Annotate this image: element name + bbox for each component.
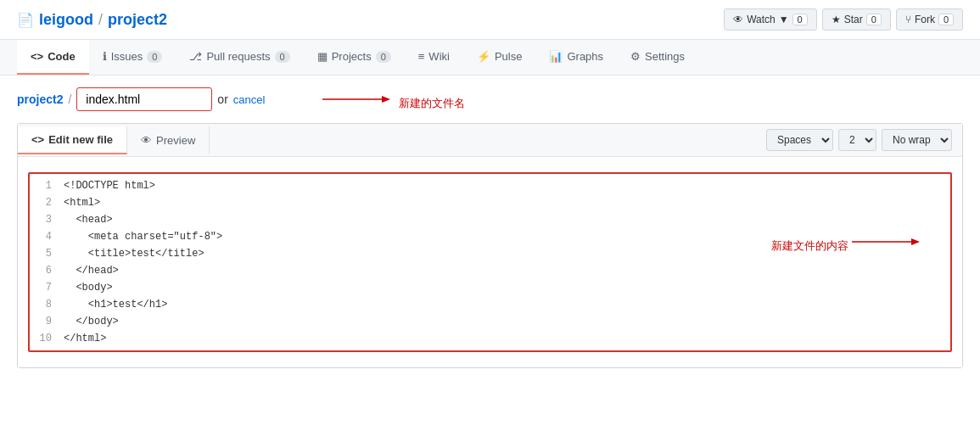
editor-tab-edit[interactable]: <> Edit new file [18, 126, 127, 154]
filename-annotation-label: 新建的文件名 [399, 96, 465, 111]
breadcrumb-area: project2 / or cancel 新建的文件名 [0, 76, 980, 123]
line-number: 9 [30, 313, 64, 330]
fork-icon: ⑂ [905, 14, 911, 25]
issues-icon: ℹ [103, 50, 107, 63]
watch-button[interactable]: 👁 Watch ▼ 0 [724, 8, 817, 31]
line-number: 4 [30, 228, 64, 245]
watch-label: Watch [747, 14, 776, 25]
edit-tab-label: Edit new file [48, 133, 113, 146]
tab-pulls[interactable]: ⎇ Pull requests 0 [176, 40, 303, 75]
fork-count: 0 [938, 14, 954, 25]
svg-marker-1 [382, 96, 390, 103]
code-icon: <> [31, 50, 43, 63]
indent-select[interactable]: 2 [838, 129, 876, 151]
tab-code[interactable]: <> Code [17, 40, 89, 75]
projects-badge: 0 [376, 51, 391, 63]
editor-tabs: <> Edit new file 👁 Preview [18, 126, 210, 154]
owner-link[interactable]: leigood [39, 11, 93, 29]
star-icon: ★ [832, 14, 841, 25]
line-number: 7 [30, 279, 64, 296]
tab-issues[interactable]: ℹ Issues 0 [89, 40, 176, 75]
content-annotation: 新建文件的内容 [771, 233, 928, 259]
line-content[interactable]: <h1>test</h1> [64, 296, 950, 313]
nav-tabs: <> Code ℹ Issues 0 ⎇ Pull requests 0 ▦ P… [0, 40, 980, 76]
main-content: project2 / or cancel 新建的文件名 <> [0, 76, 980, 368]
tab-code-label: Code [48, 50, 76, 63]
line-content[interactable]: <head> [64, 211, 950, 228]
tab-pulse-label: Pulse [495, 50, 523, 63]
star-label: Star [844, 14, 863, 25]
tab-projects[interactable]: ▦ Projects 0 [304, 40, 405, 75]
star-button[interactable]: ★ Star 0 [822, 8, 891, 31]
wrap-select[interactable]: No wrap [882, 129, 952, 151]
editor-toolbar: <> Edit new file 👁 Preview Spaces 2 [18, 124, 962, 157]
line-number: 2 [30, 194, 64, 211]
filename-arrow-svg [322, 91, 399, 116]
breadcrumb-project-link[interactable]: project2 [17, 92, 63, 106]
watch-dropdown-icon: ▼ [779, 14, 789, 25]
or-text: or [217, 92, 227, 106]
cancel-link[interactable]: cancel [233, 93, 266, 106]
pulls-icon: ⎇ [189, 50, 202, 63]
tab-pulse[interactable]: ⚡ Pulse [463, 40, 536, 75]
editor-container: <> Edit new file 👁 Preview Spaces 2 [17, 123, 963, 368]
repo-icon: 📄 [17, 12, 34, 28]
tab-projects-label: Projects [332, 50, 372, 63]
issues-badge: 0 [147, 51, 162, 63]
code-editor-body: 1<!DOCTYPE html>2<html>3 <head>4 <meta c… [18, 157, 962, 367]
star-count: 0 [866, 14, 882, 25]
svg-marker-3 [911, 238, 920, 245]
code-line: 7 <body> [30, 279, 950, 296]
breadcrumb-separator: / [68, 92, 71, 106]
filename-annotation: 新建的文件名 [322, 91, 465, 116]
content-annotation-label: 新建文件的内容 [771, 238, 848, 254]
line-number: 3 [30, 211, 64, 228]
pulls-badge: 0 [275, 51, 290, 63]
code-line: 3 <head> [30, 211, 950, 228]
code-line: 8 <h1>test</h1> [30, 296, 950, 313]
wiki-icon: ≡ [418, 50, 425, 63]
pulse-icon: ⚡ [477, 50, 490, 63]
code-line: 6 </head> [30, 262, 950, 279]
line-content[interactable]: <html> [64, 194, 950, 211]
settings-icon: ⚙ [630, 50, 641, 63]
tab-graphs-label: Graphs [567, 50, 603, 63]
code-border-box: 1<!DOCTYPE html>2<html>3 <head>4 <meta c… [28, 172, 952, 352]
line-content[interactable]: <!DOCTYPE html> [64, 177, 950, 194]
repo-title: 📄 leigood / project2 [17, 11, 167, 29]
tab-wiki[interactable]: ≡ Wiki [405, 40, 463, 75]
spaces-select[interactable]: Spaces [766, 129, 833, 151]
page-wrapper: 📄 leigood / project2 👁 Watch ▼ 0 ★ Star … [0, 0, 980, 431]
line-number: 8 [30, 296, 64, 313]
header-actions: 👁 Watch ▼ 0 ★ Star 0 ⑂ Fork 0 [724, 8, 963, 31]
tab-issues-label: Issues [111, 50, 143, 63]
line-number: 10 [30, 330, 64, 347]
tab-settings[interactable]: ⚙ Settings [617, 40, 698, 75]
code-line: 10</html> [30, 330, 950, 347]
filename-input[interactable] [76, 87, 212, 111]
code-lines: 1<!DOCTYPE html>2<html>3 <head>4 <meta c… [30, 177, 950, 347]
repo-name-link[interactable]: project2 [108, 11, 167, 29]
line-content[interactable]: </html> [64, 330, 950, 347]
preview-tab-label: Preview [156, 134, 195, 147]
tab-wiki-label: Wiki [428, 50, 450, 63]
top-header: 📄 leigood / project2 👁 Watch ▼ 0 ★ Star … [0, 0, 980, 40]
code-line: 2<html> [30, 194, 950, 211]
line-content[interactable]: <body> [64, 279, 950, 296]
line-content[interactable]: </body> [64, 313, 950, 330]
line-number: 6 [30, 262, 64, 279]
tab-pulls-label: Pull requests [206, 50, 270, 63]
separator: / [98, 11, 103, 29]
line-content[interactable]: </head> [64, 262, 950, 279]
editor-tab-preview[interactable]: 👁 Preview [127, 126, 210, 154]
line-number: 5 [30, 245, 64, 262]
tab-graphs[interactable]: 📊 Graphs [535, 40, 617, 75]
watch-count: 0 [792, 14, 808, 25]
fork-button[interactable]: ⑂ Fork 0 [896, 8, 963, 31]
graphs-icon: 📊 [549, 50, 563, 63]
editor-options: Spaces 2 No wrap [756, 124, 962, 156]
tab-settings-label: Settings [645, 50, 685, 63]
code-line: 9 </body> [30, 313, 950, 330]
fork-label: Fork [915, 14, 935, 25]
line-number: 1 [30, 177, 64, 194]
